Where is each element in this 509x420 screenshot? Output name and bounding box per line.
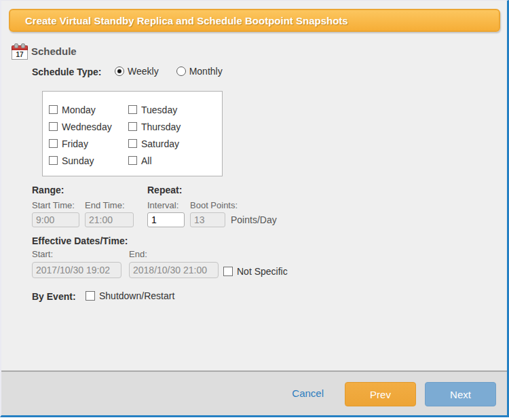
section-heading-schedule: Schedule xyxy=(31,45,77,57)
effective-end-input[interactable] xyxy=(129,262,219,278)
calendar-icon-day: 17 xyxy=(12,50,28,60)
schedule-type-radio-group: Weekly Monthly xyxy=(115,66,223,77)
day-label: Tuesday xyxy=(141,104,177,115)
radio-monthly[interactable]: Monthly xyxy=(176,66,223,77)
day-label: Saturday xyxy=(141,138,179,149)
day-checkbox-tuesday[interactable]: Tuesday xyxy=(128,104,222,115)
effective-dates-label: Effective Dates/Time: xyxy=(32,235,128,246)
checkbox-icon[interactable] xyxy=(223,267,233,276)
start-time-input[interactable] xyxy=(32,212,79,227)
dialog-title-banner: Create Virtual Standby Replica and Sched… xyxy=(9,9,500,32)
day-checkbox-monday[interactable]: Monday xyxy=(49,104,128,115)
schedule-type-label: Schedule Type: xyxy=(32,66,101,77)
checkbox-icon[interactable] xyxy=(128,105,137,114)
radio-weekly-icon[interactable] xyxy=(115,66,124,76)
calendar-icon-top xyxy=(12,45,28,50)
radio-weekly[interactable]: Weekly xyxy=(115,66,159,77)
not-specific-checkbox[interactable]: Not Specific xyxy=(223,266,288,277)
day-checkbox-thursday[interactable]: Thursday xyxy=(128,121,222,132)
wizard-window: Create Virtual Standby Replica and Sched… xyxy=(0,0,509,420)
day-checkbox-wednesday[interactable]: Wednesday xyxy=(49,121,128,132)
radio-monthly-icon[interactable] xyxy=(176,66,186,76)
effective-start-input[interactable] xyxy=(32,262,121,278)
range-label: Range: xyxy=(32,185,64,195)
shutdown-restart-label: Shutdown/Restart xyxy=(99,290,174,301)
day-checkbox-all[interactable]: All xyxy=(128,155,222,166)
day-label: Friday xyxy=(62,138,88,149)
boot-points-input[interactable] xyxy=(190,212,225,227)
checkbox-icon[interactable] xyxy=(86,291,95,301)
day-label: Sunday xyxy=(62,155,94,166)
calendar-icon: 17 xyxy=(12,43,28,60)
day-label: Thursday xyxy=(141,121,181,132)
wizard-dialog: Create Virtual Standby Replica and Sched… xyxy=(0,0,509,417)
checkbox-icon[interactable] xyxy=(49,105,58,114)
interval-label: Interval: xyxy=(147,200,178,210)
day-checkbox-friday[interactable]: Friday xyxy=(49,138,128,149)
day-label: Monday xyxy=(62,104,96,115)
cancel-link[interactable]: Cancel xyxy=(292,387,324,399)
not-specific-label: Not Specific xyxy=(237,266,288,277)
day-checkbox-saturday[interactable]: Saturday xyxy=(128,138,222,149)
checkbox-icon[interactable] xyxy=(49,122,58,131)
dialog-title: Create Virtual Standby Replica and Sched… xyxy=(25,15,348,26)
checkbox-icon[interactable] xyxy=(128,139,137,148)
start-time-label: Start Time: xyxy=(32,200,75,210)
effective-start-label: Start: xyxy=(32,249,53,259)
boot-points-label: Boot Points: xyxy=(190,200,238,210)
day-checkbox-sunday[interactable]: Sunday xyxy=(49,155,128,166)
points-per-day-label: Points/Day xyxy=(231,214,277,225)
shutdown-restart-checkbox[interactable]: Shutdown/Restart xyxy=(86,290,174,301)
effective-end-label: End: xyxy=(129,249,147,259)
day-label: All xyxy=(141,155,152,166)
checkbox-icon[interactable] xyxy=(49,139,58,148)
radio-monthly-label: Monthly xyxy=(189,66,223,77)
footer-bar: Cancel Prev Next xyxy=(1,370,507,415)
weekday-panel: Monday Tuesday Wednesday Thursday Friday… xyxy=(42,91,223,176)
checkbox-icon[interactable] xyxy=(128,122,137,131)
end-time-label: End Time: xyxy=(85,200,125,210)
repeat-label: Repeat: xyxy=(147,185,182,195)
next-button[interactable]: Next xyxy=(425,382,496,406)
day-label: Wednesday xyxy=(62,121,112,132)
checkbox-icon[interactable] xyxy=(128,156,137,165)
prev-button[interactable]: Prev xyxy=(345,382,416,406)
end-time-input[interactable] xyxy=(85,212,134,227)
checkbox-icon[interactable] xyxy=(49,156,58,165)
by-event-label: By Event: xyxy=(32,291,76,302)
interval-input[interactable] xyxy=(147,212,185,227)
radio-weekly-label: Weekly xyxy=(128,66,159,77)
